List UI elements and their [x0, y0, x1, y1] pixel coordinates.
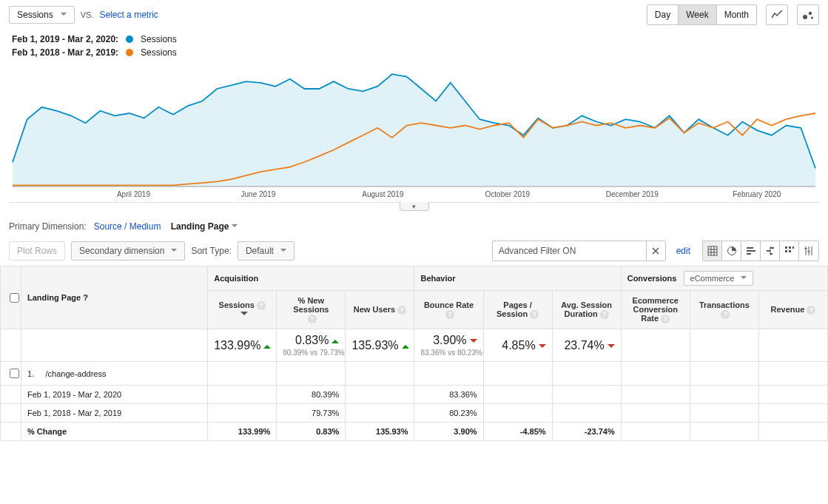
change-sessions: 133.99% [208, 423, 277, 441]
table-row-period-1: Feb 1, 2019 - Mar 2, 2020 80.39% 83.36% [1, 386, 828, 404]
secondary-dimension-label: Secondary dimension [79, 246, 164, 256]
svg-point-2 [811, 16, 813, 19]
summary-avg-duration: 23.74% [552, 329, 621, 362]
svg-rect-20 [789, 246, 791, 249]
motion-chart-icon[interactable] [797, 4, 819, 25]
help-icon[interactable]: ? [807, 306, 815, 315]
legend-dot-orange [126, 49, 133, 56]
help-icon[interactable]: ? [445, 310, 454, 319]
legend-dot-blue [126, 36, 133, 43]
col-pct-new-sessions[interactable]: % New Sessions? [277, 291, 346, 329]
help-icon[interactable]: ? [257, 301, 266, 310]
help-icon[interactable]: ? [530, 310, 539, 319]
change-bounce: 3.90% [414, 423, 483, 441]
group-behavior: Behavior [414, 266, 621, 291]
sort-type-value: Default [246, 246, 274, 256]
landing-page-header[interactable]: Landing Page ? [21, 266, 208, 329]
period-2-bounce: 80.23% [414, 404, 483, 423]
change-label: % Change [21, 423, 208, 441]
legend-series-1: Sessions [141, 34, 177, 44]
table-row-change: % Change 133.99% 0.83% 135.93% 3.90% -4.… [1, 423, 828, 441]
sort-type-select[interactable]: Default [238, 241, 294, 261]
granularity-week[interactable]: Week [679, 5, 716, 24]
view-comparison-icon[interactable] [761, 241, 780, 261]
col-ecommerce-rate[interactable]: Ecommerce Conversion Rate? [621, 291, 690, 329]
granularity-month[interactable]: Month [717, 5, 756, 24]
x-tick-label: December 2019 [606, 190, 659, 198]
col-revenue[interactable]: Revenue? [758, 291, 827, 329]
summary-pct-new-sessions: 0.83% 80.39% vs 79.73% [277, 329, 346, 362]
legend-series-2: Sessions [141, 47, 177, 58]
clear-filter-button[interactable] [646, 241, 665, 261]
change-new-users: 135.93% [346, 423, 414, 441]
secondary-dimension-select[interactable]: Secondary dimension [71, 241, 185, 261]
summary-pages-per-session: 4.85% [483, 329, 552, 362]
dimension-landing-page[interactable]: Landing Page [171, 221, 238, 232]
chart-x-axis: April 2019June 2019August 2019October 20… [9, 190, 819, 202]
data-table: Landing Page ? Acquisition Behavior Conv… [0, 266, 828, 441]
help-icon[interactable]: ? [83, 293, 88, 302]
help-icon[interactable]: ? [661, 315, 670, 323]
col-new-users[interactable]: New Users? [346, 291, 414, 329]
table-row-period-2: Feb 1, 2018 - Mar 2, 2019 79.73% 80.23% [1, 404, 828, 423]
sessions-line-chart[interactable] [9, 61, 819, 190]
row-path-cell: 1. /change-address [21, 362, 208, 386]
svg-rect-18 [770, 253, 773, 255]
edit-filter-link[interactable]: edit [676, 246, 690, 256]
svg-rect-6 [708, 246, 717, 255]
svg-point-1 [809, 12, 812, 15]
granularity-toggle: Day Week Month [647, 4, 757, 25]
table-view-toggle [702, 241, 819, 261]
view-pivot-icon[interactable] [799, 241, 818, 261]
line-chart-icon[interactable] [766, 4, 788, 25]
vs-label: VS. [81, 10, 94, 19]
view-data-table-icon[interactable] [703, 241, 722, 261]
caret-down-icon [277, 246, 286, 256]
col-avg-session-duration[interactable]: Avg. Session Duration? [552, 291, 621, 329]
row-checkbox[interactable] [10, 369, 19, 378]
advanced-filter-text[interactable]: Advanced Filter ON [493, 242, 646, 260]
svg-rect-14 [747, 253, 751, 255]
select-all-checkbox[interactable] [10, 293, 19, 303]
svg-rect-21 [792, 246, 794, 249]
caret-down-icon [168, 246, 177, 256]
x-tick-label: June 2019 [241, 190, 276, 198]
help-icon[interactable]: ? [600, 310, 609, 319]
summary-new-users: 135.93% [346, 329, 414, 362]
sort-type-label: Sort Type: [191, 246, 231, 256]
select-second-metric-link[interactable]: Select a metric [99, 10, 158, 20]
change-pct-new: 0.83% [277, 423, 346, 441]
granularity-day[interactable]: Day [647, 5, 679, 24]
svg-rect-19 [785, 246, 787, 249]
conversion-type-select[interactable]: eCommerce [684, 271, 754, 286]
arrow-down-icon [470, 339, 477, 346]
help-icon[interactable]: ? [308, 315, 317, 323]
period-1-bounce: 83.36% [414, 386, 483, 404]
view-term-cloud-icon[interactable] [780, 241, 799, 261]
table-row[interactable]: 1. /change-address [1, 362, 828, 386]
x-tick-label: April 2019 [117, 190, 150, 198]
help-icon[interactable]: ? [721, 310, 730, 319]
view-pie-icon[interactable] [722, 241, 741, 261]
period-1-label: Feb 1, 2019 - Mar 2, 2020 [21, 386, 208, 404]
col-sessions[interactable]: Sessions? [208, 291, 277, 329]
col-bounce-rate[interactable]: Bounce Rate? [414, 291, 483, 329]
legend-range-1: Feb 1, 2019 - Mar 2, 2020: [12, 34, 118, 44]
view-performance-icon[interactable] [741, 241, 761, 261]
chart-expand-handle[interactable]: ▾ [400, 202, 429, 211]
svg-rect-16 [770, 247, 774, 249]
svg-rect-13 [747, 250, 755, 252]
primary-metric-select[interactable]: Sessions [9, 6, 75, 24]
svg-rect-17 [767, 250, 770, 252]
svg-rect-12 [747, 247, 753, 249]
x-tick-label: August 2019 [362, 190, 403, 198]
period-2-label: Feb 1, 2018 - Mar 2, 2019 [21, 404, 208, 423]
sort-desc-icon [240, 312, 248, 319]
group-acquisition: Acquisition [208, 266, 414, 291]
col-transactions[interactable]: Transactions? [690, 291, 758, 329]
help-icon[interactable]: ? [397, 306, 406, 315]
arrow-down-icon [607, 344, 615, 352]
col-pages-per-session[interactable]: Pages / Session? [483, 291, 552, 329]
svg-rect-22 [785, 250, 787, 252]
dimension-source-medium[interactable]: Source / Medium [94, 221, 161, 232]
